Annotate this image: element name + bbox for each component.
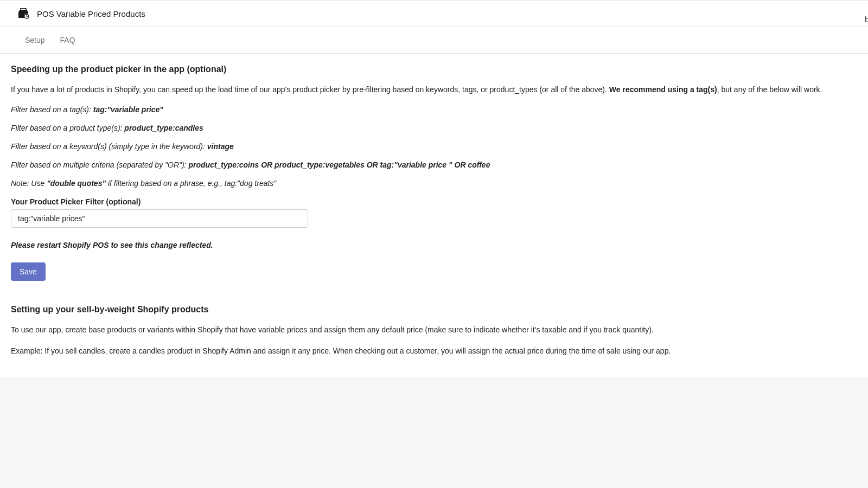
app-logo-icon	[16, 8, 30, 19]
intro-bold: We recommend using a tag(s)	[609, 85, 717, 94]
save-button[interactable]: Save	[11, 262, 46, 281]
restart-note: Please restart Shopify POS to see this c…	[11, 241, 857, 249]
intro-paragraph: If you have a lot of products in Shopify…	[11, 84, 857, 95]
section-sell-by-weight: Setting up your sell-by-weight Shopify p…	[11, 305, 857, 357]
filter-input[interactable]	[11, 209, 308, 228]
weight-p1: To use our app, create base products or …	[11, 324, 857, 336]
filter-type-label: Filter based on a product type(s):	[11, 124, 124, 132]
intro-post: , but any of the below will work.	[717, 85, 822, 94]
filter-tag-label: Filter based on a tag(s):	[11, 105, 93, 114]
app-header: POS Variable Priced Products b	[0, 0, 868, 27]
note-bold: "double quotes"	[47, 179, 106, 188]
filter-input-label: Your Product Picker Filter (optional)	[11, 197, 857, 206]
note-post: if filtering based on a phrase, e.g., ta…	[106, 179, 276, 188]
filter-multi-line: Filter based on multiple criteria (separ…	[11, 160, 857, 169]
weight-p2: Example: If you sell candles, create a c…	[11, 345, 857, 357]
tab-faq[interactable]: FAQ	[60, 27, 75, 53]
filter-multi-value: product_type:coins OR product_type:veget…	[188, 160, 490, 169]
filter-keyword-line: Filter based on a keyword(s) (simply typ…	[11, 142, 857, 151]
app-title: POS Variable Priced Products	[37, 9, 145, 18]
filter-tag-line: Filter based on a tag(s): tag:"variable …	[11, 105, 857, 114]
section-heading-weight: Setting up your sell-by-weight Shopify p…	[11, 305, 857, 314]
main-content: Speeding up the product picker in the ap…	[0, 54, 868, 377]
filter-keyword-value: vintage	[207, 142, 234, 151]
edge-text: b	[865, 15, 868, 24]
intro-pre: If you have a lot of products in Shopify…	[11, 85, 609, 94]
filter-type-line: Filter based on a product type(s): produ…	[11, 124, 857, 132]
filter-multi-label: Filter based on multiple criteria (separ…	[11, 160, 188, 169]
filter-type-value: product_type:candles	[124, 124, 203, 132]
note-line: Note: Use "double quotes" if filtering b…	[11, 179, 857, 188]
filter-tag-value: tag:"variable price"	[93, 105, 163, 114]
note-pre: Note: Use	[11, 179, 47, 188]
filter-keyword-label: Filter based on a keyword(s) (simply typ…	[11, 142, 207, 151]
tab-setup[interactable]: Setup	[25, 27, 45, 53]
tab-bar: Setup FAQ	[0, 27, 868, 54]
section-heading-speed: Speeding up the product picker in the ap…	[11, 65, 857, 74]
